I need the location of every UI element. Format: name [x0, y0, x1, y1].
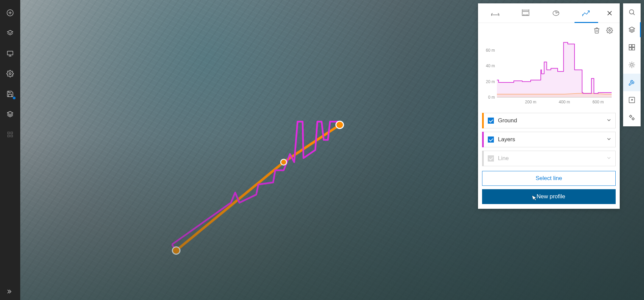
svg-rect-10: [11, 132, 13, 134]
select-line-button[interactable]: Select line: [482, 171, 616, 186]
svg-text:60 m: 60 m: [486, 48, 495, 53]
layers-button[interactable]: [0, 23, 20, 43]
svg-point-30: [630, 116, 632, 118]
new-profile-button[interactable]: New profile: [482, 189, 616, 204]
basemap-gallery-button[interactable]: [623, 39, 641, 56]
swatch-layers: [482, 132, 484, 147]
svg-line-26: [634, 67, 634, 67]
expand-sidebar-button[interactable]: [0, 283, 20, 300]
present-button[interactable]: [0, 43, 20, 64]
svg-text:40 m: 40 m: [486, 64, 495, 68]
analysis-tools-button[interactable]: [623, 74, 641, 91]
svg-point-20: [631, 64, 633, 66]
svg-text:200 m: 200 m: [525, 100, 536, 104]
svg-line-14: [633, 14, 635, 15]
swatch-ground: [482, 113, 484, 128]
svg-rect-33: [522, 11, 529, 16]
svg-line-25: [629, 62, 630, 63]
svg-line-28: [634, 62, 634, 63]
checkbox-layers[interactable]: [488, 136, 494, 143]
svg-rect-19: [632, 48, 635, 50]
svg-text:400 m: 400 m: [559, 100, 570, 104]
path-midpoint: [281, 159, 286, 165]
right-sidebar: [623, 3, 641, 126]
svg-rect-12: [11, 135, 13, 137]
scene-viewport[interactable]: 0 m20 m40 m60 m200 m400 m600 m Ground La…: [20, 0, 644, 300]
svg-rect-11: [8, 135, 10, 137]
tab-slice[interactable]: [541, 3, 571, 23]
scene-settings-button[interactable]: [623, 109, 641, 126]
layer-label-line: Line: [498, 155, 603, 162]
svg-point-31: [632, 118, 634, 120]
path-endpoint-start: [172, 247, 180, 254]
layer-row-layers[interactable]: Layers: [482, 132, 616, 147]
svg-point-42: [609, 30, 611, 31]
profile-layer-list: Ground Layers Line: [478, 109, 620, 171]
daylight-button[interactable]: [623, 56, 641, 74]
svg-marker-15: [629, 27, 635, 30]
profile-settings-button[interactable]: [604, 25, 615, 36]
svg-rect-9: [8, 132, 10, 134]
apps-button: [0, 124, 20, 145]
layer-label-ground: Ground: [498, 117, 603, 124]
legend-button[interactable]: [0, 104, 20, 124]
delete-profile-button[interactable]: [591, 25, 602, 36]
tab-elevation-profile[interactable]: [571, 3, 601, 23]
close-panel-button[interactable]: [601, 10, 618, 17]
tab-measure-area[interactable]: [510, 3, 541, 23]
layer-row-line: Line: [482, 151, 616, 166]
left-sidebar: [0, 0, 20, 300]
svg-marker-8: [7, 111, 13, 115]
new-profile-label: New profile: [536, 193, 565, 200]
svg-rect-17: [632, 45, 635, 47]
layers-toggle-button[interactable]: [623, 21, 641, 39]
elevation-profile-panel: 0 m20 m40 m60 m200 m400 m600 m Ground La…: [478, 3, 620, 209]
chart-toolbar: [478, 23, 620, 36]
elevation-chart: 0 m20 m40 m60 m200 m400 m600 m: [483, 36, 614, 107]
svg-text:20 m: 20 m: [486, 79, 495, 84]
checkbox-line: [488, 155, 494, 161]
svg-line-27: [629, 67, 630, 67]
svg-rect-4: [7, 51, 13, 55]
search-button[interactable]: [623, 3, 641, 21]
svg-point-13: [629, 10, 634, 14]
chevron-down-icon: [607, 155, 611, 161]
swatch-line: [482, 151, 484, 166]
checkbox-ground[interactable]: [488, 118, 494, 124]
path-endpoint-end: [336, 121, 343, 129]
svg-text:0 m: 0 m: [488, 95, 495, 100]
layer-row-ground[interactable]: Ground: [482, 113, 616, 128]
save-button[interactable]: [0, 84, 20, 104]
add-button[interactable]: [0, 3, 20, 23]
chevron-down-icon: [607, 118, 611, 124]
svg-rect-18: [629, 48, 632, 50]
settings-button[interactable]: [0, 64, 20, 84]
select-line-label: Select line: [536, 175, 562, 182]
layer-label-layers: Layers: [498, 136, 603, 143]
svg-rect-16: [629, 45, 632, 47]
unsaved-indicator: [13, 97, 16, 99]
svg-text:600 m: 600 m: [592, 100, 604, 104]
svg-marker-3: [7, 30, 13, 33]
tab-measure-line[interactable]: [480, 3, 510, 23]
chevron-down-icon: [607, 136, 611, 143]
svg-point-7: [9, 73, 11, 75]
share-button[interactable]: [623, 91, 641, 109]
analysis-tabs: [478, 3, 620, 23]
